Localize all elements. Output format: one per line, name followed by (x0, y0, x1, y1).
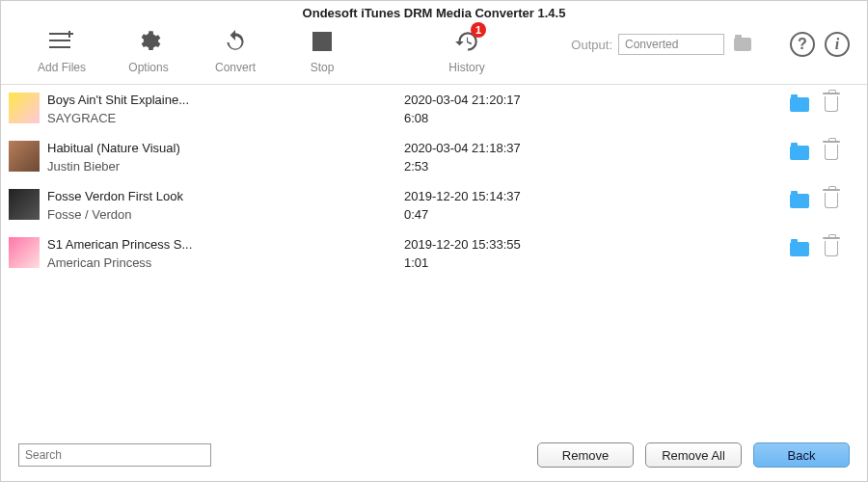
svg-rect-1 (49, 40, 70, 41)
gear-icon (136, 26, 161, 57)
convert-icon (223, 26, 248, 57)
stop-label: Stop (311, 61, 335, 74)
stop-icon (312, 26, 332, 57)
open-folder-button[interactable] (790, 97, 809, 112)
add-files-button[interactable]: Add Files (18, 26, 105, 74)
delete-button[interactable] (825, 241, 838, 256)
options-label: Options (128, 61, 168, 74)
options-button[interactable]: Options (105, 26, 192, 74)
thumbnail (9, 189, 40, 220)
history-button[interactable]: 1 History (423, 26, 510, 74)
svg-rect-4 (66, 33, 73, 35)
thumbnail (9, 141, 40, 172)
output-label: Output: (571, 38, 612, 52)
browse-folder-button[interactable] (734, 38, 751, 51)
help-button[interactable]: ? (790, 32, 815, 57)
open-folder-button[interactable] (790, 146, 809, 160)
convert-button[interactable]: Convert (192, 26, 279, 74)
open-folder-button[interactable] (790, 194, 809, 208)
output-path-input[interactable] (618, 34, 724, 55)
item-timestamp: 2019-12-20 15:33:55 (404, 237, 790, 252)
remove-all-button[interactable]: Remove All (645, 442, 742, 468)
item-subtitle: Justin Bieber (47, 159, 404, 174)
delete-button[interactable] (825, 96, 838, 112)
window-title: Ondesoft iTunes DRM Media Converter 1.4.… (1, 1, 867, 22)
delete-button[interactable] (825, 193, 838, 208)
remove-button[interactable]: Remove (537, 442, 634, 468)
list-item[interactable]: Habitual (Nature Visual) Justin Bieber 2… (1, 133, 867, 181)
item-timestamp: 2019-12-20 15:14:37 (404, 189, 790, 203)
history-badge: 1 (471, 22, 486, 38)
info-button[interactable]: i (825, 32, 850, 57)
item-duration: 2:53 (404, 159, 790, 174)
stop-button[interactable]: Stop (279, 26, 366, 74)
item-title: Fosse Verdon First Look (47, 189, 404, 203)
output-group: Output: (571, 34, 751, 55)
item-duration: 1:01 (404, 255, 790, 270)
open-folder-button[interactable] (790, 242, 809, 256)
delete-button[interactable] (825, 145, 838, 160)
item-timestamp: 2020-03-04 21:20:17 (404, 93, 790, 107)
item-duration: 0:47 (404, 207, 790, 222)
thumbnail (9, 237, 40, 268)
list-item[interactable]: S1 American Princess S... American Princ… (1, 229, 867, 278)
item-subtitle: American Princess (47, 255, 404, 270)
list-item[interactable]: Boys Ain't Shit Explaine... SAYGRACE 202… (1, 85, 867, 133)
item-title: S1 American Princess S... (47, 237, 404, 252)
item-subtitle: Fosse / Verdon (47, 207, 404, 222)
item-timestamp: 2020-03-04 21:18:37 (404, 141, 790, 155)
item-subtitle: SAYGRACE (47, 111, 404, 125)
history-icon: 1 (453, 26, 480, 57)
item-duration: 6:08 (404, 111, 790, 125)
add-files-label: Add Files (38, 61, 86, 74)
add-files-icon (49, 26, 74, 57)
search-input[interactable] (18, 443, 211, 467)
thumbnail (9, 93, 40, 123)
svg-rect-2 (49, 46, 70, 48)
item-title: Boys Ain't Shit Explaine... (47, 93, 404, 107)
convert-label: Convert (215, 61, 256, 74)
back-button[interactable]: Back (753, 442, 850, 468)
toolbar: Add Files Options Convert Stop 1 History… (1, 22, 867, 85)
item-title: Habitual (Nature Visual) (47, 141, 404, 155)
media-list: Boys Ain't Shit Explaine... SAYGRACE 202… (1, 85, 867, 433)
list-item[interactable]: Fosse Verdon First Look Fosse / Verdon 2… (1, 181, 867, 229)
footer: Remove Remove All Back (1, 433, 867, 481)
history-label: History (448, 61, 484, 74)
